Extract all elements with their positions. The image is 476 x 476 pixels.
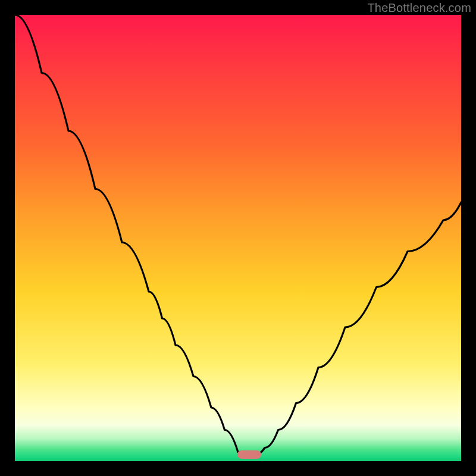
watermark-text: TheBottleneck.com [367,1,471,15]
vertex-marker [237,450,261,459]
plot-area [15,15,461,461]
chart-frame: TheBottleneck.com [0,0,476,476]
bottleneck-curve [15,15,461,461]
